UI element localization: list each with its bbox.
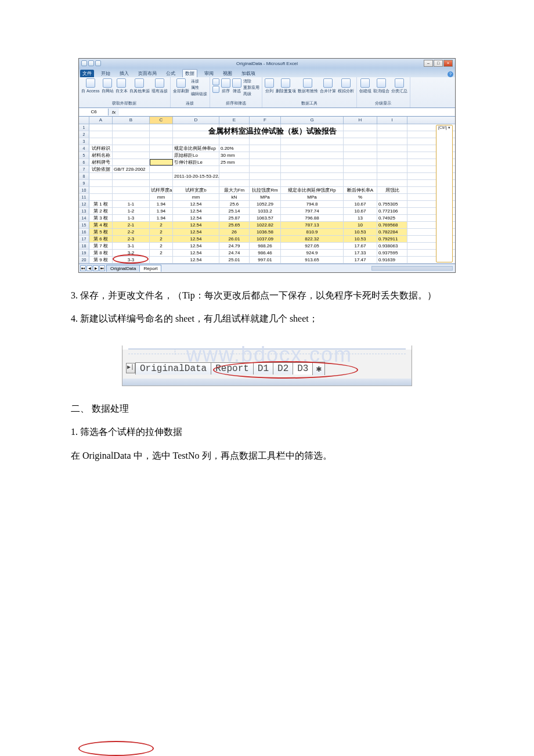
group-button[interactable]: 创建组 — [359, 78, 371, 94]
qat-undo-icon[interactable] — [88, 60, 94, 66]
cell[interactable] — [344, 145, 377, 152]
tab-formulas[interactable]: 公式 — [164, 70, 178, 77]
cell[interactable]: 17.33 — [344, 250, 377, 256]
cell[interactable] — [113, 194, 150, 200]
cell[interactable]: 1037.09 — [250, 236, 281, 242]
refresh-all-button[interactable]: 全部刷新 — [173, 78, 189, 94]
cell[interactable]: 1022.82 — [250, 222, 281, 228]
col-header[interactable]: H — [344, 117, 377, 124]
cell[interactable]: 810.9 — [281, 229, 344, 235]
props-link[interactable]: 属性 — [191, 85, 207, 91]
cell[interactable]: 12.54 — [173, 250, 219, 256]
cell[interactable] — [89, 187, 113, 193]
col-header[interactable]: E — [219, 117, 250, 124]
cell[interactable] — [250, 173, 281, 179]
cell[interactable]: 17.47 — [344, 257, 377, 263]
help-icon[interactable]: ? — [448, 71, 453, 77]
paste-options-icon[interactable]: (Ctrl) ▾ — [436, 125, 453, 262]
cell[interactable] — [377, 180, 407, 186]
cell[interactable]: 12.54 — [173, 201, 219, 207]
advanced-link[interactable]: 高级 — [243, 91, 259, 97]
cell[interactable] — [377, 173, 407, 179]
cell[interactable]: 12.54 — [173, 208, 219, 214]
cell[interactable]: 13 — [344, 215, 377, 221]
cell[interactable] — [250, 145, 281, 152]
cell[interactable]: 25.87 — [219, 215, 250, 221]
cell[interactable] — [377, 152, 407, 159]
cell[interactable]: 1-1 — [113, 201, 150, 207]
cell[interactable]: 第 7 根 — [89, 243, 113, 249]
cell[interactable]: 0.20% — [219, 145, 250, 152]
sort-button[interactable]: 排序 — [221, 78, 230, 94]
cell[interactable]: % — [344, 194, 377, 200]
edit-links-link[interactable]: 编辑链接 — [191, 91, 207, 97]
tab-insert[interactable]: 插入 — [117, 70, 131, 77]
cell[interactable]: 1063.57 — [250, 215, 281, 221]
cell[interactable] — [150, 257, 173, 263]
cell[interactable] — [281, 145, 344, 152]
cell[interactable]: 10.67 — [344, 208, 377, 214]
cell[interactable]: 1052.29 — [250, 201, 281, 207]
cell[interactable]: 0.769568 — [377, 222, 407, 228]
cell[interactable] — [89, 194, 113, 200]
cell[interactable]: 796.88 — [281, 215, 344, 221]
cell[interactable]: 12.54 — [173, 236, 219, 242]
cell[interactable]: MPa — [250, 194, 281, 200]
cell[interactable] — [281, 138, 344, 145]
cell[interactable]: 924.9 — [281, 250, 344, 256]
cell[interactable]: 最大力Fm — [219, 187, 250, 193]
cell[interactable]: 3-2 — [113, 250, 150, 256]
cell[interactable]: 规定非比例延伸强度Rp — [281, 187, 344, 193]
cell[interactable] — [113, 145, 150, 152]
row-header[interactable]: 1 — [79, 124, 89, 131]
cell[interactable]: 第 1 根 — [89, 201, 113, 207]
cell[interactable] — [281, 166, 344, 172]
cell[interactable]: 12.54 — [173, 257, 219, 263]
cell[interactable] — [150, 145, 173, 152]
cell[interactable]: 1.94 — [150, 201, 173, 207]
cell[interactable] — [250, 180, 281, 186]
cell[interactable]: 2-3 — [113, 236, 150, 242]
col-header[interactable]: F — [250, 117, 281, 124]
clear-link[interactable]: 清除 — [243, 78, 259, 84]
cell[interactable]: 试样标识 — [89, 145, 113, 152]
cell[interactable]: 24.79 — [219, 243, 250, 249]
cell[interactable] — [113, 152, 150, 159]
cell[interactable]: 2 — [150, 229, 173, 235]
cell[interactable]: 25 mm — [219, 159, 250, 165]
cell[interactable]: 抗拉强度Rm — [250, 187, 281, 193]
text2col-button[interactable]: 分列 — [265, 78, 274, 94]
cell[interactable]: 2011-10-20-15-53-22.mdb — [173, 173, 219, 179]
tab-layout[interactable]: 页面布局 — [136, 70, 159, 77]
cell[interactable]: 12.54 — [173, 222, 219, 228]
cell[interactable]: 材料名称 — [89, 152, 113, 159]
sort-desc-icon[interactable] — [212, 86, 219, 93]
tab-data[interactable]: 数据 — [182, 69, 197, 77]
maximize-button[interactable]: □ — [434, 60, 443, 67]
cell[interactable]: 2 — [150, 222, 173, 228]
cell[interactable]: 25.65 — [219, 222, 250, 228]
cell[interactable]: 24.74 — [219, 250, 250, 256]
cell[interactable] — [344, 152, 377, 159]
row-header[interactable]: 8 — [79, 173, 89, 180]
cell[interactable] — [150, 152, 173, 159]
cell[interactable]: 1-2 — [113, 208, 150, 214]
tab-addins[interactable]: 加载项 — [239, 70, 258, 77]
cell[interactable]: 3-1 — [113, 243, 150, 249]
cell[interactable] — [113, 180, 150, 186]
cell[interactable] — [250, 166, 281, 172]
cell[interactable]: 0.772106 — [377, 208, 407, 214]
cell[interactable] — [89, 180, 113, 186]
cell[interactable]: 0.938063 — [377, 243, 407, 249]
qat-save-icon[interactable] — [81, 60, 87, 66]
sheet-tab-report[interactable]: Report — [139, 265, 161, 272]
cell[interactable]: 25.14 — [219, 208, 250, 214]
qat-redo-icon[interactable] — [95, 60, 101, 66]
cell[interactable]: 10.53 — [344, 229, 377, 235]
cell[interactable]: 822.32 — [281, 236, 344, 242]
cell[interactable]: 2 — [150, 250, 173, 256]
cell[interactable] — [344, 138, 377, 145]
row-header[interactable]: 7 — [79, 166, 89, 173]
cell[interactable] — [173, 166, 219, 172]
cell[interactable] — [281, 159, 344, 165]
